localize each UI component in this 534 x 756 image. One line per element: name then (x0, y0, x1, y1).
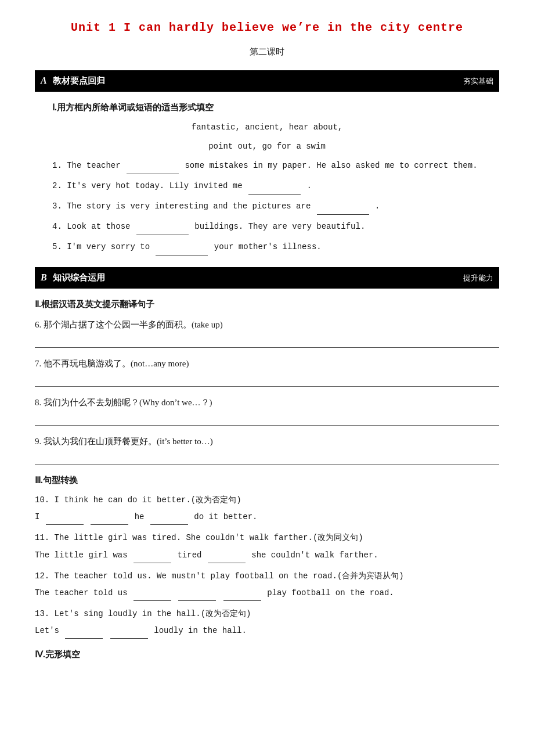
sentence-4-after: buildings. They are very beautiful. (194, 222, 365, 231)
sentence-3-num: 3. (52, 201, 67, 211)
transform-11-original: 11. The little girl was tired. She could… (35, 531, 499, 545)
answer-line-8[interactable] (35, 413, 499, 426)
transform-10-original: 10. I think he can do it better.(改为否定句) (35, 493, 499, 507)
sentence-1-after: some mistakes in my paper. He also asked… (185, 161, 477, 170)
item-8-num: 8. (35, 398, 44, 407)
section-a-title: 教材要点回归 (53, 73, 463, 89)
blank-10a[interactable] (46, 510, 84, 525)
blank-3[interactable] (317, 198, 369, 215)
transform-12-answer: The teacher told us play football on the… (35, 586, 499, 601)
section-b-subtitle: 提升能力 (463, 271, 493, 285)
sentence-1-before: The teacher (67, 161, 125, 170)
blank-11b[interactable] (208, 548, 246, 563)
blank-5[interactable] (156, 239, 208, 255)
section-a-header: A 教材要点回归 夯实基础 (35, 70, 499, 92)
sentence-5-num: 5. (52, 242, 67, 251)
word-box-line1: fantastic, ancient, hear about, (35, 120, 499, 135)
subtitle: 第二课时 (35, 44, 499, 60)
sentence-2-num: 2. (52, 181, 67, 190)
page-title: Unit 1 I can hardly believe we’re in the… (35, 17, 499, 38)
translation-9: 9. 我认为我们在山顶野餐更好。(it’s better to…) (35, 434, 499, 449)
blank-12b[interactable] (178, 586, 216, 601)
blank-12c[interactable] (223, 586, 261, 601)
part1-title: Ⅰ.用方框内所给单词或短语的适当形式填空 (52, 100, 499, 116)
blank-12a[interactable] (134, 586, 171, 601)
transform-10-answer: I he do it better. (35, 510, 499, 525)
sentence-4: 4. Look at those buildings. They are ver… (52, 218, 499, 235)
section-b-header: B 知识综合运用 提升能力 (35, 267, 499, 289)
sentence-2: 2. It's very hot today. Lily invited me … (52, 178, 499, 195)
sentence-2-after: . (306, 181, 311, 190)
item-9-num: 9. (35, 437, 44, 446)
sentence-3: 3. The story is very interesting and the… (52, 198, 499, 215)
answer-line-9[interactable] (35, 452, 499, 465)
translation-6: 6. 那个湖占据了这个公园一半多的面积。(take up) (35, 317, 499, 333)
section-a-letter: A (41, 73, 47, 89)
sentence-4-before: Look at those (67, 222, 135, 231)
sentence-5-before: I'm very sorry to (67, 242, 154, 251)
sentence-5-after: your mother's illness. (214, 242, 322, 251)
item-6-num: 6. (35, 320, 44, 329)
blank-13a[interactable] (65, 624, 103, 639)
word-box-line2: point out, go for a swim (35, 139, 499, 154)
transform-13-answer: Let's loudly in the hall. (35, 624, 499, 639)
blank-11a[interactable] (134, 548, 171, 563)
item-7-num: 7. (35, 359, 44, 368)
item-8-text: 我们为什么不去划船呢？(Why don’t we…？) (44, 398, 212, 407)
sentence-1: 1. The teacher some mistakes in my paper… (52, 157, 499, 174)
item-9-text: 我认为我们在山顶野餐更好。(it’s better to…) (44, 437, 213, 446)
sentence-3-after: . (375, 201, 380, 211)
section-b-title: 知识综合运用 (53, 270, 463, 286)
sentence-1-num: 1. (52, 161, 67, 170)
part4-title: Ⅳ.完形填空 (35, 647, 499, 663)
item-6-text: 那个湖占据了这个公园一半多的面积。(take up) (44, 320, 223, 329)
answer-line-7[interactable] (35, 374, 499, 387)
blank-10c[interactable] (150, 510, 188, 525)
section-a-subtitle: 夯实基础 (463, 74, 493, 88)
transform-12-original: 12. The teacher told us. We mustn't play… (35, 569, 499, 584)
sentence-3-before: The story is very interesting and the pi… (67, 201, 315, 211)
blank-4[interactable] (136, 218, 189, 235)
section-b-letter: B (41, 269, 47, 286)
transform-11-answer: The little girl was tired she couldn't w… (35, 548, 499, 563)
answer-line-6[interactable] (35, 335, 499, 348)
sentence-5: 5. I'm very sorry to your mother's illne… (52, 239, 499, 255)
blank-2[interactable] (248, 178, 301, 195)
sentence-4-num: 4. (52, 222, 67, 231)
transform-13-original: 13. Let's sing loudly in the hall.(改为否定句… (35, 607, 499, 621)
item-7-text: 他不再玩电脑游戏了。(not…any more) (44, 359, 189, 368)
blank-13b[interactable] (110, 624, 148, 639)
translation-8: 8. 我们为什么不去划船呢？(Why don’t we…？) (35, 395, 499, 411)
part3-title: Ⅲ.句型转换 (35, 473, 499, 488)
sentence-2-before: It's very hot today. Lily invited me (67, 181, 247, 190)
blank-1[interactable] (127, 157, 179, 174)
blank-10b[interactable] (91, 510, 128, 525)
translation-7: 7. 他不再玩电脑游戏了。(not…any more) (35, 356, 499, 372)
part2-title: Ⅱ.根据汉语及英文提示翻译句子 (35, 297, 499, 312)
